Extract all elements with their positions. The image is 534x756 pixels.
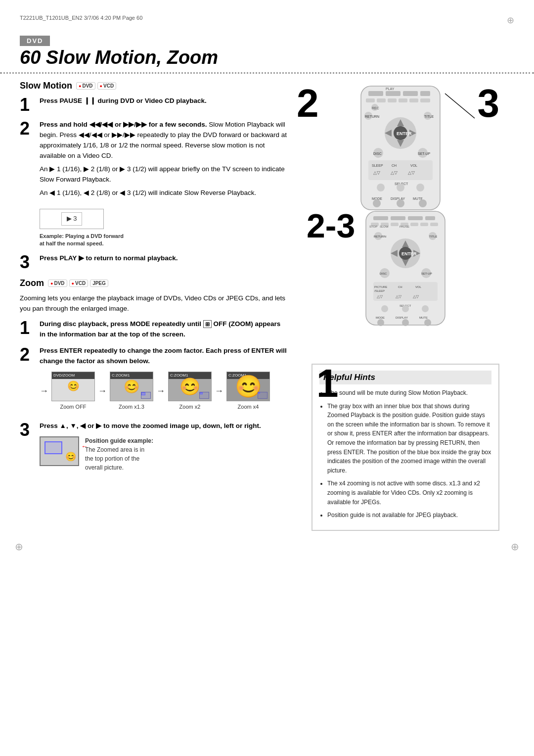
svg-point-92 <box>377 319 384 326</box>
svg-rect-7 <box>377 98 386 102</box>
zoom-diagram: → DVD/ZOOM 😊 Zoom OFF <box>40 372 287 411</box>
page-title: 60 Slow Motion, Zoom <box>20 47 514 68</box>
zoom-step2-num: 2 <box>20 346 35 364</box>
zoom-badges: ● DVD ● VCD JPEG <box>48 280 108 287</box>
svg-text:PAUSE: PAUSE <box>400 225 409 228</box>
svg-rect-59 <box>410 223 418 226</box>
hint-1: The sound will be mute during Slow Motio… <box>327 388 491 398</box>
zoom-step3-content: Press ▲, ▼, ◀ or ▶ to move the zoomed im… <box>40 421 287 472</box>
svg-point-43 <box>373 199 381 207</box>
example-caption: Example: Playing a DVD forwardat half th… <box>40 233 287 248</box>
number-3: 3 <box>478 84 500 123</box>
svg-rect-48 <box>373 216 388 220</box>
page-title-container: 60 Slow Motion, Zoom <box>0 47 534 74</box>
zoom-13-label: Zoom x1.3 <box>119 403 144 411</box>
bottom-crosshairs: ⊕ ⊕ <box>0 536 534 558</box>
step1-num: 1 <box>20 96 35 114</box>
hint-4: Position guide is not available for JPEG… <box>327 511 491 520</box>
svg-rect-60 <box>420 223 428 226</box>
svg-text:ENTER: ENTER <box>397 131 412 136</box>
svg-text:STOP: STOP <box>369 225 377 228</box>
zoom-step3: 3 Press ▲, ▼, ◀ or ▶ to move the zoomed … <box>20 421 287 472</box>
svg-text:SET-UP: SET-UP <box>421 272 432 275</box>
helpful-hints-box: Helpful Hints The sound will be mute dur… <box>312 364 499 531</box>
slow-motion-heading: Slow Motion ● DVD ● VCD <box>20 81 287 91</box>
file-info: T2221UB_T1201UB_EN2 3/7/06 4:20 PM Page … <box>20 15 142 26</box>
hint-3: The x4 zooming is not active with some d… <box>327 479 491 507</box>
hint-1-text: The sound will be mute during Slow Motio… <box>327 389 468 396</box>
header-line: T2221UB_T1201UB_EN2 3/7/06 4:20 PM Page … <box>0 10 534 31</box>
crosshair-top: ⊕ <box>507 15 514 26</box>
dvd-badge-container: DVD <box>0 31 534 46</box>
position-guide-box3 <box>258 392 267 399</box>
hint-4-text: Position guide is not available for JPEG… <box>327 512 458 519</box>
zoom-heading: Zoom ● DVD ● VCD JPEG <box>20 278 287 288</box>
vcd-icon: ● <box>100 84 102 89</box>
pos-arrow-icon: ← <box>81 441 88 452</box>
example-box-inner: ▶ 3 <box>61 212 83 225</box>
page-container: T2221UB_T1201UB_EN2 3/7/06 4:20 PM Page … <box>0 0 534 756</box>
left-column: Slow Motion ● DVD ● VCD 1 Press PAUSE ❙❙ <box>0 74 307 536</box>
badge-jpeg: JPEG <box>90 280 108 287</box>
dvd-icon: ● <box>79 84 81 89</box>
example-box: ▶ 3 <box>40 209 104 229</box>
zoom-section: Zoom ● DVD ● VCD JPEG <box>20 278 287 472</box>
svg-point-44 <box>397 199 404 207</box>
helpful-hints-title: Helpful Hints <box>319 371 491 384</box>
step3-num: 3 <box>20 253 35 271</box>
badge-dvd: ● DVD <box>76 82 95 90</box>
remote-svg-2: STOP SLOW PAUSE RETURN TITLE <box>351 209 460 328</box>
svg-text:VOL: VOL <box>410 164 417 167</box>
svg-text:△▽: △▽ <box>377 294 383 299</box>
svg-text:△▽: △▽ <box>408 170 415 175</box>
step2-num: 2 <box>20 120 35 138</box>
svg-text:△▽: △▽ <box>396 294 402 299</box>
number-1: 1 <box>316 364 339 403</box>
example-label: ▶ 3 <box>67 215 77 222</box>
svg-point-45 <box>419 199 427 207</box>
zoom-box-13: C:ZOOM1 😊 Zoom x1.3 <box>110 372 153 411</box>
zoom-arrow3: → <box>215 384 223 398</box>
zoom-intro: Zooming lets you enlarge the playback im… <box>20 293 287 314</box>
svg-text:SLOW: SLOW <box>380 225 389 228</box>
svg-rect-3 <box>403 91 418 96</box>
svg-rect-49 <box>391 216 405 220</box>
zoom-x4-label: Zoom x4 <box>238 403 259 411</box>
svg-point-37 <box>377 184 385 191</box>
crosshair-bottom-right: ⊕ <box>511 541 519 553</box>
zoom-step2: 2 Press ENTER repeatedly to change the z… <box>20 346 287 415</box>
badge-vcd: ● VCD <box>97 82 117 90</box>
main-layout: Slow Motion ● DVD ● VCD 1 Press PAUSE ❙❙ <box>0 74 534 536</box>
pos-caption: Position guide example:The Zoomed area i… <box>85 436 153 472</box>
crosshair-bottom-left: ⊕ <box>15 541 23 553</box>
svg-point-94 <box>424 319 431 326</box>
svg-text:△▽: △▽ <box>391 170 398 175</box>
zoom-box-x2: C:ZOOM1 😊 Zoom x2 <box>168 372 212 411</box>
slow-motion-step2: 2 Press and hold ◀◀/◀◀ or ▶▶/▶▶ for a fe… <box>20 120 287 247</box>
svg-text:MUTE: MUTE <box>419 316 428 319</box>
pos-img-wrap: 😊 ← <box>40 436 79 466</box>
svg-text:CH: CH <box>392 164 397 167</box>
remote-svg-1: PLAY REC RETURN <box>341 84 460 212</box>
dvd-icon2: ● <box>50 281 53 286</box>
svg-rect-10 <box>409 98 418 102</box>
svg-point-38 <box>397 184 404 191</box>
zoom-img-off: DVD/ZOOM 😊 <box>51 372 95 401</box>
svg-text:PLAY: PLAY <box>386 87 395 91</box>
svg-text:DISC: DISC <box>380 272 387 275</box>
svg-rect-6 <box>366 98 375 102</box>
svg-rect-9 <box>399 98 407 102</box>
svg-text:DISC: DISC <box>373 152 382 155</box>
svg-text:MODE: MODE <box>376 316 385 319</box>
remote-group-mid: 2-3 STOP SLOW <box>312 209 499 329</box>
svg-point-39 <box>416 184 424 191</box>
zoom-step1-content: During disc playback, press MODE repeate… <box>40 319 287 340</box>
svg-text:VOL: VOL <box>415 285 422 288</box>
svg-rect-8 <box>388 98 397 102</box>
position-guide-box1 <box>141 392 151 399</box>
zoom-arrow-left: → <box>40 384 48 398</box>
slow-motion-step1: 1 Press PAUSE ❙❙ during DVD or Video CD … <box>20 96 287 114</box>
svg-text:CH: CH <box>398 285 402 288</box>
svg-text:RETURN: RETURN <box>374 235 386 238</box>
step2-content: Press and hold ◀◀/◀◀ or ▶▶/▶▶ for a few … <box>40 120 287 247</box>
